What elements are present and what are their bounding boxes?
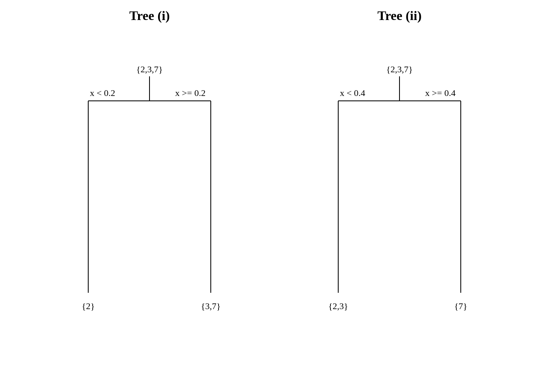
tree-ii-right-leaf: {7} [454, 301, 467, 311]
tree-i-root-label: {2,3,7} [136, 64, 163, 74]
trees-container: Tree (i) {2,3,7} x < 0.2 x [0, 8, 549, 334]
tree-ii-right-condition: x >= 0.4 [425, 88, 455, 98]
tree-i-svg: {2,3,7} x < 0.2 x >= 0.2 {2} [64, 48, 235, 334]
page: Tree (i) {2,3,7} x < 0.2 x [0, 0, 549, 392]
tree-i-section: Tree (i) {2,3,7} x < 0.2 x [51, 8, 248, 334]
tree-ii-left-leaf: {2,3} [328, 301, 348, 311]
tree-i-right-leaf: {3,7} [201, 301, 221, 311]
tree-i-left-condition: x < 0.2 [90, 88, 115, 98]
tree-i-left-leaf: {2} [82, 301, 95, 311]
tree-i-diagram: {2,3,7} x < 0.2 x >= 0.2 {2} [64, 48, 235, 334]
tree-i-right-condition: x >= 0.2 [175, 88, 205, 98]
tree-ii-left-condition: x < 0.4 [340, 88, 365, 98]
tree-ii-diagram: {2,3,7} x < 0.4 x >= 0.4 {2,3} [314, 48, 485, 334]
tree-ii-svg: {2,3,7} x < 0.4 x >= 0.4 {2,3} [314, 48, 485, 334]
tree-ii-section: Tree (ii) {2,3,7} x < 0.4 x [301, 8, 498, 334]
tree-ii-title: Tree (ii) [377, 8, 422, 23]
tree-ii-root-label: {2,3,7} [386, 64, 413, 74]
tree-i-title: Tree (i) [129, 8, 170, 23]
